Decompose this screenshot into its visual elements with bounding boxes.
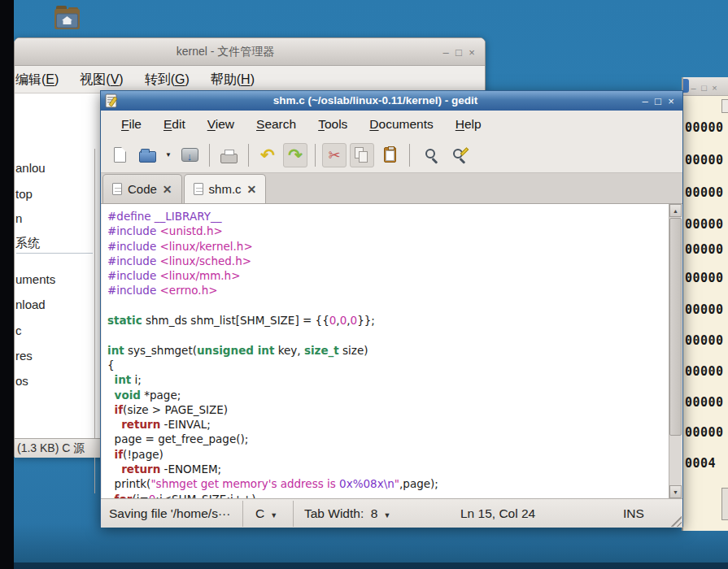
sidebar-item[interactable]: c	[15, 323, 22, 339]
tab-Code[interactable]: Code✕	[102, 174, 182, 203]
gedit-menu-Search[interactable]: Search	[256, 111, 296, 137]
right-window-maximize-button[interactable]: □	[699, 81, 709, 94]
cursor-position: Ln 15, Col 24	[460, 506, 535, 521]
right-window-close-button[interactable]: ×	[709, 81, 720, 94]
sidebar-item[interactable]: res	[15, 348, 33, 364]
tab-label: shm.c	[209, 182, 242, 196]
language-combo[interactable]: C▼	[255, 506, 277, 521]
gedit-app-icon	[105, 93, 119, 108]
right-window-titlebar[interactable]: –□×	[683, 77, 728, 96]
gedit-titlebar[interactable]: shm.c (~/oslab/linux-0.11/kernel) - gedi…	[101, 91, 682, 111]
memory-value-row: 00000	[685, 242, 724, 257]
memory-value-row: 00000	[685, 302, 724, 317]
sidebar-item[interactable]: os	[15, 373, 28, 389]
code-line	[107, 298, 669, 313]
print-button[interactable]	[216, 143, 241, 167]
code-line: #define __LIBRARY__	[107, 209, 669, 224]
gedit-menu-Edit[interactable]: Edit	[163, 111, 185, 137]
memory-value-row: 00000	[685, 153, 724, 167]
open-dropdown-button[interactable]: ▼	[163, 143, 174, 167]
tab-width-label: Tab Width:	[304, 506, 364, 520]
memory-value-row: 00000	[685, 120, 724, 135]
find-and-replace-button[interactable]	[444, 143, 469, 167]
gedit-window: shm.c (~/oslab/linux-0.11/kernel) - gedi…	[100, 90, 683, 527]
new-document-button[interactable]	[107, 143, 132, 167]
tab-close-icon[interactable]: ✕	[247, 183, 257, 196]
desktop-bottom-shade	[0, 562, 728, 569]
statusbar-separator	[242, 501, 243, 527]
code-line: int sys_shmget(unsigned int key, size_t …	[107, 343, 669, 358]
fm-menu-item[interactable]: 帮助(H)	[211, 66, 255, 93]
sidebar-item[interactable]: 系统	[15, 235, 40, 251]
file-manager-menubar: 编辑(E)视图(V)转到(G)帮助(H)	[15, 66, 485, 93]
code-line: if(size > PAGE_SIZE)	[107, 402, 669, 417]
copy-button[interactable]	[350, 143, 374, 167]
new-document-icon	[114, 147, 126, 163]
screen-left-strip	[0, 0, 14, 569]
cut-button[interactable]: ✂	[322, 143, 347, 167]
redo-button[interactable]: ↷	[283, 143, 307, 167]
memory-value-row: 0004	[685, 456, 716, 471]
right-window-scrollbar-top[interactable]	[721, 99, 728, 113]
status-message: Saving file '/home/s···	[109, 506, 230, 521]
code-line: #include <linux/mm.h>	[107, 268, 669, 283]
file-manager-minimize-button[interactable]: –	[439, 46, 452, 59]
fm-menu-item[interactable]: 编辑(E)	[15, 66, 59, 93]
gedit-close-button[interactable]: ×	[665, 95, 678, 108]
gedit-minimize-button[interactable]: –	[639, 95, 652, 108]
gedit-text-area[interactable]: #define __LIBRARY__#include <unistd.h>#i…	[102, 204, 669, 498]
code-line: #include <unistd.h>	[107, 224, 669, 238]
file-manager-window-controls: –□×	[439, 45, 478, 59]
open-button[interactable]	[135, 143, 159, 167]
save-button[interactable]: ↓	[177, 143, 202, 167]
tab-close-icon[interactable]: ✕	[163, 183, 172, 196]
copy-icon	[355, 147, 369, 163]
sidebar-item[interactable]: nload	[15, 297, 46, 313]
gedit-maximize-button[interactable]: □	[652, 95, 665, 108]
document-icon	[194, 183, 203, 195]
find-button[interactable]	[416, 143, 441, 167]
scroll-down-icon[interactable]: ▼	[669, 485, 682, 498]
fm-menu-item[interactable]: 视图(V)	[80, 66, 123, 93]
gedit-window-controls: –□×	[639, 93, 678, 108]
file-manager-close-button[interactable]: ×	[465, 46, 478, 59]
code-line: int i;	[107, 372, 669, 387]
gedit-menu-Tools[interactable]: Tools	[318, 111, 347, 137]
toolbar-separator	[409, 144, 410, 167]
file-manager-titlebar[interactable]: kernel - 文件管理器 –□×	[15, 38, 485, 66]
sidebar-separator	[16, 253, 93, 254]
code-line: static shm_ds shm_list[SHM_SIZE] = {{0,0…	[107, 313, 669, 328]
memory-value-row: 00000	[685, 271, 724, 285]
home-folder-icon[interactable]	[52, 4, 83, 37]
sidebar-item[interactable]: uments	[15, 271, 55, 288]
file-manager-maximize-button[interactable]: □	[452, 46, 465, 59]
memory-value-row: 00000	[685, 425, 724, 440]
desktop: kernel - 文件管理器 –□× 编辑(E)视图(V)转到(G)帮助(H) …	[0, 0, 728, 569]
resize-grip[interactable]	[669, 515, 682, 527]
gedit-tabbar: Code✕shm.c✕	[101, 173, 682, 204]
scroll-up-icon[interactable]: ▲	[669, 204, 682, 217]
paste-button[interactable]	[377, 143, 402, 167]
gedit-menu-File[interactable]: File	[121, 111, 142, 137]
fm-menu-item[interactable]: 转到(G)	[145, 66, 190, 93]
statusbar-separator	[293, 501, 294, 527]
code-editor-content: #define __LIBRARY__#include <unistd.h>#i…	[102, 204, 669, 498]
gedit-menu-Help[interactable]: Help	[456, 111, 482, 137]
memory-value-row: 00000	[685, 395, 724, 410]
gedit-vertical-scrollbar[interactable]: ▲ ▼	[669, 204, 682, 498]
tab-width-combo[interactable]: Tab Width: 8▼	[304, 506, 390, 521]
tab-shm.c[interactable]: shm.c✕	[184, 174, 267, 203]
gedit-menu-Documents[interactable]: Documents	[369, 111, 433, 137]
combo-caret-icon: ▼	[383, 511, 390, 519]
right-window-scrollbar-bottom[interactable]	[721, 488, 728, 520]
undo-button[interactable]: ↶	[255, 143, 280, 167]
right-window-minimize-button[interactable]: –	[688, 81, 699, 94]
cut-scissors-icon: ✂	[328, 146, 340, 164]
sidebar-item[interactable]: top	[15, 186, 33, 202]
sidebar-item[interactable]: n	[15, 211, 22, 227]
scrollbar-thumb[interactable]	[669, 218, 682, 436]
file-manager-title: kernel - 文件管理器	[15, 45, 436, 59]
sidebar-item[interactable]: anlou	[15, 160, 46, 176]
gedit-menu-View[interactable]: View	[207, 111, 234, 137]
right-edge-window: –□× 000000000000000000000000000000000000…	[682, 77, 728, 531]
